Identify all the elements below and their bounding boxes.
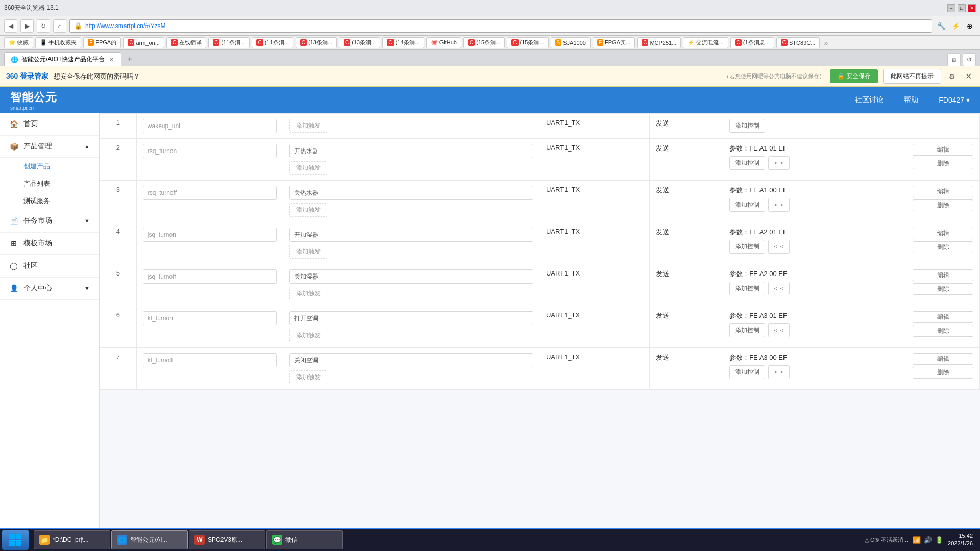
minimize-button[interactable]: － bbox=[947, 4, 955, 12]
add-control-btn-5[interactable]: 添加控制 bbox=[729, 282, 765, 295]
edit-button-2[interactable]: 编辑 bbox=[913, 144, 973, 156]
extension-icon-3[interactable]: ⊕ bbox=[964, 20, 976, 32]
add-control-btn-2[interactable]: 添加控制 bbox=[729, 156, 765, 170]
bookmarks-more[interactable]: » bbox=[824, 39, 828, 47]
home-button[interactable]: ⌂ bbox=[53, 19, 66, 33]
name-input-1[interactable] bbox=[143, 119, 277, 133]
bookmark-github[interactable]: 🐙 GitHub bbox=[426, 37, 461, 48]
sidebar-sub-create[interactable]: 创建产品 bbox=[0, 158, 99, 175]
bookmark-fpga[interactable]: F FPGA的 bbox=[83, 37, 121, 48]
bookmark-c1[interactable]: C (1条消息... bbox=[730, 37, 774, 48]
taskbar-item-dc[interactable]: 📁 *D:\DC_prj\... bbox=[34, 530, 110, 549]
add-trigger-btn-4[interactable]: 添加触发 bbox=[289, 245, 327, 259]
password-settings-icon[interactable]: ⚙ bbox=[946, 71, 958, 82]
delete-button-5[interactable]: 删除 bbox=[913, 283, 973, 295]
edit-button-6[interactable]: 编辑 bbox=[913, 311, 973, 323]
sidebar-sub-list[interactable]: 产品列表 bbox=[0, 175, 99, 192]
bookmark-c11-1[interactable]: C (11条消... bbox=[208, 37, 250, 48]
maximize-button[interactable]: □ bbox=[958, 4, 966, 12]
password-save-button[interactable]: 🔒 安全保存 bbox=[830, 69, 878, 83]
password-close-icon[interactable]: ✕ bbox=[963, 71, 974, 82]
sidebar-item-home[interactable]: 🏠 首页 bbox=[0, 113, 99, 135]
tray-volume-icon[interactable]: 🔊 bbox=[923, 535, 933, 544]
bookmark-arm[interactable]: C arm_on... bbox=[123, 37, 164, 48]
tab-close-button[interactable]: ✕ bbox=[108, 56, 115, 63]
trigger-input-4[interactable] bbox=[289, 228, 533, 242]
sidebar-item-profile[interactable]: 👤 个人中心 ▼ bbox=[0, 278, 99, 299]
add-trigger-btn-5[interactable]: 添加触发 bbox=[289, 287, 327, 300]
user-area[interactable]: FD0427 ▾ bbox=[939, 96, 970, 104]
bookmark-ac[interactable]: ⚡ 交流电流... bbox=[683, 37, 728, 48]
tab-list-button[interactable]: ⊞ bbox=[947, 53, 961, 66]
expand-btn-2[interactable]: ＜＜ bbox=[768, 156, 790, 170]
bookmark-fpga2[interactable]: F FPGA实... bbox=[593, 37, 635, 48]
edit-button-7[interactable]: 编辑 bbox=[913, 353, 973, 365]
add-trigger-btn-7[interactable]: 添加触发 bbox=[289, 370, 327, 384]
expand-btn-5[interactable]: ＜＜ bbox=[768, 282, 790, 295]
history-button[interactable]: ↺ bbox=[963, 53, 976, 66]
edit-button-4[interactable]: 编辑 bbox=[913, 228, 973, 239]
bookmark-sja[interactable]: S SJA1000 bbox=[551, 37, 591, 48]
delete-button-3[interactable]: 删除 bbox=[913, 199, 973, 211]
sidebar-item-task[interactable]: 📄 任务市场 ▼ bbox=[0, 210, 99, 232]
name-input-4[interactable] bbox=[143, 228, 277, 242]
bookmark-favorites[interactable]: ⭐ 收藏 bbox=[4, 37, 33, 48]
close-button[interactable]: ✕ bbox=[968, 4, 976, 12]
add-trigger-btn-6[interactable]: 添加触发 bbox=[289, 329, 327, 342]
expand-btn-7[interactable]: ＜＜ bbox=[768, 365, 790, 379]
name-input-7[interactable] bbox=[143, 353, 277, 367]
bookmark-stc[interactable]: C STC89C... bbox=[776, 37, 820, 48]
sidebar-item-community[interactable]: ◯ 社区 bbox=[0, 255, 99, 277]
trigger-input-3[interactable] bbox=[289, 186, 533, 200]
trigger-input-2[interactable] bbox=[289, 144, 533, 158]
delete-button-2[interactable]: 删除 bbox=[913, 158, 973, 169]
bookmark-c11-2[interactable]: C (11条消... bbox=[252, 37, 293, 48]
delete-button-6[interactable]: 删除 bbox=[913, 325, 973, 337]
extension-icon-2[interactable]: ⚡ bbox=[949, 20, 962, 32]
taskbar-item-spc[interactable]: W SPC2V3原... bbox=[189, 530, 265, 549]
bookmark-mobile[interactable]: 📱 手机收藏夹 bbox=[35, 37, 81, 48]
name-input-2[interactable] bbox=[143, 144, 277, 158]
sidebar-item-product[interactable]: 📦 产品管理 ▲ bbox=[0, 136, 99, 158]
name-input-6[interactable] bbox=[143, 311, 277, 325]
delete-button-7[interactable]: 删除 bbox=[913, 367, 973, 379]
add-control-btn-3[interactable]: 添加控制 bbox=[729, 198, 765, 212]
expand-btn-3[interactable]: ＜＜ bbox=[768, 198, 790, 212]
bookmark-c15-1[interactable]: C (15条消... bbox=[463, 37, 505, 48]
bookmark-translate[interactable]: C 在线翻译 bbox=[166, 37, 206, 48]
taskbar-item-wechat[interactable]: 💬 微信 bbox=[266, 530, 343, 549]
active-tab[interactable]: 🌐 智能公元/AIOT快速产品化平台 ✕ bbox=[4, 52, 121, 66]
no-remind-button[interactable]: 此网站不再提示 bbox=[883, 69, 941, 84]
add-trigger-btn-3[interactable]: 添加触发 bbox=[289, 203, 327, 217]
add-trigger-btn-1[interactable]: 添加触发 bbox=[289, 119, 327, 133]
expand-btn-4[interactable]: ＜＜ bbox=[768, 240, 790, 254]
add-trigger-btn-2[interactable]: 添加触发 bbox=[289, 161, 327, 175]
new-tab-button[interactable]: + bbox=[122, 52, 137, 66]
bookmark-c15-2[interactable]: C (15条消... bbox=[507, 37, 548, 48]
trigger-input-7[interactable] bbox=[289, 353, 533, 367]
clock-area[interactable]: 15:42 2022/1/26 bbox=[948, 532, 973, 548]
delete-button-4[interactable]: 删除 bbox=[913, 241, 973, 253]
tray-network-icon[interactable]: 📶 bbox=[912, 535, 921, 544]
bookmark-c13-1[interactable]: C (13条消... bbox=[296, 37, 337, 48]
name-input-3[interactable] bbox=[143, 186, 277, 200]
add-control-btn-6[interactable]: 添加控制 bbox=[729, 323, 765, 337]
nav-help[interactable]: 帮助 bbox=[904, 95, 918, 105]
bookmark-c14[interactable]: C (14条消... bbox=[382, 37, 424, 48]
extension-icon-1[interactable]: 🔧 bbox=[935, 20, 947, 32]
address-bar[interactable]: 🔒 http://www.smartpi.cn/#/YzsM bbox=[69, 19, 932, 33]
add-control-btn-7[interactable]: 添加控制 bbox=[729, 365, 765, 379]
tray-battery-icon[interactable]: 🔋 bbox=[935, 535, 944, 544]
taskbar-item-smartpi[interactable]: 🌐 智能公元/AI... bbox=[111, 530, 188, 549]
sidebar-sub-test[interactable]: 测试服务 bbox=[0, 192, 99, 210]
forward-button[interactable]: ▶ bbox=[20, 19, 34, 33]
add-control-btn-4[interactable]: 添加控制 bbox=[729, 240, 765, 254]
refresh-button[interactable]: ↻ bbox=[37, 19, 50, 33]
expand-btn-6[interactable]: ＜＜ bbox=[768, 323, 790, 337]
sidebar-item-template[interactable]: ⊞ 模板市场 bbox=[0, 233, 99, 255]
edit-button-5[interactable]: 编辑 bbox=[913, 269, 973, 281]
nav-community[interactable]: 社区讨论 bbox=[855, 95, 884, 105]
edit-button-3[interactable]: 编辑 bbox=[913, 186, 973, 197]
name-input-5[interactable] bbox=[143, 269, 277, 284]
trigger-input-5[interactable] bbox=[289, 269, 533, 284]
